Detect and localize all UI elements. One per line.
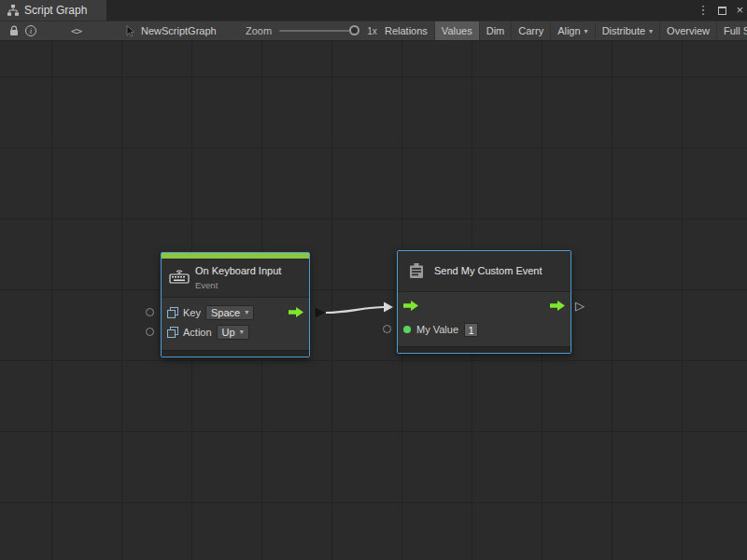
dim-button[interactable]: Dim — [479, 21, 512, 40]
node-footer — [162, 350, 309, 357]
window-controls: ⋮ × — [697, 0, 743, 21]
node-body: Key Space ▾ Action — [162, 298, 309, 342]
zoom-slider[interactable] — [279, 30, 358, 32]
align-button[interactable]: Align ▾ — [550, 21, 594, 40]
node-title: On Keyboard Input — [195, 265, 302, 277]
value-input-field[interactable]: 1 — [464, 323, 478, 337]
graph-canvas[interactable]: On Keyboard Input Event Key Space ▾ — [0, 41, 747, 560]
port-label: Action — [183, 327, 212, 338]
port-label: My Value — [416, 324, 458, 335]
port-row-action: Action Up ▾ — [162, 322, 309, 342]
node-footer — [398, 346, 571, 353]
zoom-label: Zoom — [246, 25, 272, 36]
values-button[interactable]: Values — [434, 21, 479, 40]
graph-tab-icon — [7, 5, 19, 16]
unconnected-port-action[interactable] — [146, 328, 154, 336]
wire-layer — [0, 41, 747, 560]
chevron-down-icon: ▾ — [245, 308, 248, 316]
wire-arrowhead-icon — [384, 302, 393, 313]
zoom-value: 1x — [367, 26, 377, 36]
tab-title: Script Graph — [24, 4, 87, 17]
close-icon[interactable]: × — [736, 0, 743, 21]
flow-input-port[interactable] — [403, 301, 418, 311]
flow-output-port[interactable] — [550, 301, 565, 311]
chevron-down-icon: ▾ — [240, 328, 244, 336]
object-icon — [167, 327, 178, 338]
object-icon — [167, 307, 178, 318]
distribute-button[interactable]: Distribute ▾ — [595, 21, 659, 40]
code-view-icon[interactable]: <> — [71, 25, 81, 37]
window-tab-bar: Script Graph ⋮ × — [0, 0, 747, 21]
chevron-down-icon: ▾ — [585, 27, 588, 35]
zoom-slider-knob[interactable] — [349, 25, 359, 35]
value-port-row: My Value 1 — [398, 318, 571, 341]
relations-button[interactable]: Relations — [378, 21, 434, 40]
toolbar-buttons: Relations Values Dim Carry Align ▾ Distr… — [378, 21, 747, 40]
tab-script-graph[interactable]: Script Graph — [0, 0, 106, 21]
node-header[interactable]: On Keyboard Input Event — [162, 259, 309, 298]
custom-event-icon — [407, 262, 426, 281]
overview-button[interactable]: Overview — [659, 21, 716, 40]
graph-pointer-icon — [125, 25, 136, 37]
node-header[interactable]: Send My Custom Event — [398, 251, 571, 292]
maximize-icon[interactable] — [718, 7, 726, 15]
connection-wire[interactable] — [326, 307, 385, 313]
port-label: Key — [183, 307, 201, 318]
node-subtitle: Event — [195, 280, 302, 290]
wire-source-triangle — [315, 307, 326, 319]
node-on-keyboard-input[interactable]: On Keyboard Input Event Key Space ▾ — [161, 252, 310, 357]
info-icon[interactable]: i — [22, 21, 39, 40]
flow-row — [398, 292, 571, 318]
graph-toolbar: i <> NewScriptGraph Zoom 1x Relations Va… — [0, 21, 747, 41]
unconnected-port-my-value[interactable] — [383, 325, 391, 333]
key-dropdown[interactable]: Space ▾ — [205, 305, 254, 320]
unconnected-port-key[interactable] — [146, 308, 154, 316]
keyboard-icon — [169, 268, 190, 287]
action-dropdown[interactable]: Up ▾ — [217, 325, 249, 340]
flow-continue-triangle-icon[interactable]: ▷ — [575, 300, 585, 312]
graph-name-label[interactable]: NewScriptGraph — [141, 25, 217, 36]
lock-icon[interactable] — [6, 21, 22, 40]
chevron-down-icon: ▾ — [649, 27, 653, 35]
flow-output-port[interactable] — [289, 307, 303, 317]
fullscreen-button[interactable]: Full S — [716, 21, 747, 40]
node-send-my-custom-event[interactable]: Send My Custom Event My Value 1 — [397, 250, 571, 354]
kebab-menu-icon[interactable]: ⋮ — [697, 0, 709, 21]
carry-button[interactable]: Carry — [511, 21, 550, 40]
port-row-key: Key Space ▾ — [162, 302, 309, 322]
value-port-icon[interactable] — [403, 326, 411, 333]
node-title: Send My Custom Event — [434, 265, 543, 277]
